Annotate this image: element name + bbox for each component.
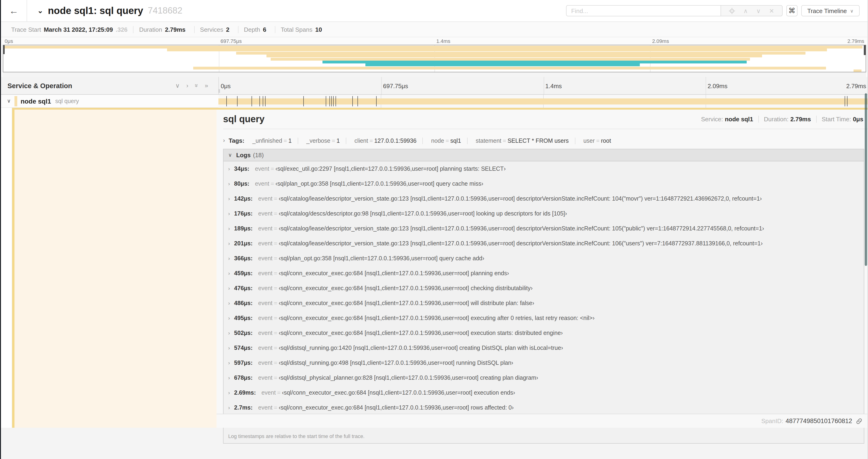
keyboard-shortcuts-button[interactable]: ⌘ xyxy=(786,5,798,16)
detail-left-column xyxy=(14,110,217,428)
log-equals: = xyxy=(273,270,279,276)
collapse-trace-header-icon[interactable]: ⌄ xyxy=(37,6,43,15)
minimap-span-bar xyxy=(167,49,827,52)
log-field-key: event xyxy=(258,360,273,366)
service-operation-label: Service & Operation xyxy=(7,82,72,89)
log-row[interactable]: › 80μs: event = ‹sql/plan_opt.go:358 [ns… xyxy=(223,176,864,191)
span-bar-cell[interactable] xyxy=(218,95,868,108)
find-prev-icon[interactable]: ∧ xyxy=(739,7,752,14)
find-input[interactable] xyxy=(566,5,720,16)
tags-row[interactable]: › Tags: _unfinished=1 _verbose=1 client=… xyxy=(223,135,868,145)
log-row[interactable]: › 502μs: event = ‹sql/conn_executor_exec… xyxy=(223,326,864,340)
log-field-key: event xyxy=(258,195,273,202)
log-row[interactable]: › 574μs: event = ‹sql/distsql_running.go… xyxy=(223,340,864,355)
ruler-tick-label: 2.79ms xyxy=(846,83,866,90)
span-log-marker xyxy=(376,96,377,106)
logs-label: Logs xyxy=(236,152,251,159)
page-scrollbar-thumb[interactable] xyxy=(865,93,867,266)
span-detail-row: sql query Service:node sql1 Duration:2.7… xyxy=(1,108,868,428)
span-duration-bar[interactable] xyxy=(218,98,868,104)
span-log-marker xyxy=(847,96,848,106)
chevron-right-icon: › xyxy=(228,181,230,187)
summary-value: 10 xyxy=(315,26,322,33)
span-name-cell[interactable]: ∨ node sql1 sql query xyxy=(1,95,218,108)
timeline-header-row: Service & Operation ∨ › » » ‖ 0μs697.75μ… xyxy=(1,77,868,95)
tag-equals: = xyxy=(501,138,508,144)
expand-all-icon[interactable]: » xyxy=(205,83,208,89)
chevron-right-icon: › xyxy=(228,166,230,172)
chevron-down-icon: ∨ xyxy=(228,152,232,158)
chevron-right-icon: › xyxy=(228,330,230,336)
tag-item: user=root xyxy=(577,138,617,144)
log-timestamp: 476μs: xyxy=(234,285,252,292)
log-timestamp: 486μs: xyxy=(234,300,252,306)
log-row[interactable]: › 201μs: event = ‹sql/catalog/lease/desc… xyxy=(223,236,864,251)
log-row[interactable]: › 495μs: event = ‹sql/conn_executor_exec… xyxy=(223,311,864,326)
span-id-label: SpanID: xyxy=(762,418,783,424)
detail-meta-item: Service:node sql1 xyxy=(696,116,758,123)
span-collapse-icon[interactable]: ∨ xyxy=(7,98,11,104)
log-row[interactable]: › 366μs: event = ‹sql/plan_opt.go:358 [n… xyxy=(223,251,864,266)
trace-view-selector-label: Trace Timeline xyxy=(807,7,847,14)
back-button[interactable]: ← xyxy=(1,0,27,22)
log-row[interactable]: › 189μs: event = ‹sql/catalog/lease/desc… xyxy=(223,221,864,236)
log-row[interactable]: › 597μs: event = ‹sql/distsql_running.go… xyxy=(223,355,864,370)
minimap-canvas[interactable] xyxy=(3,45,866,72)
collapse-one-icon[interactable]: ∨ xyxy=(175,83,180,89)
chevron-right-icon: › xyxy=(223,137,225,144)
log-timestamp: 34μs: xyxy=(234,166,249,172)
log-equals: = xyxy=(273,360,279,366)
chevron-right-icon: › xyxy=(228,375,230,381)
log-field-value: ‹sql/conn_executor_exec.go:684 [nsql1,cl… xyxy=(279,404,514,411)
meta-value: 2.79ms xyxy=(790,116,811,123)
column-resizer-handle[interactable]: ‖ xyxy=(218,88,220,94)
span-log-marker xyxy=(304,96,304,106)
tag-equals: = xyxy=(444,138,450,144)
log-row[interactable]: › 142μs: event = ‹sql/catalog/lease/desc… xyxy=(223,191,864,206)
meta-value: 0μs xyxy=(853,116,863,123)
span-log-marker xyxy=(334,96,334,106)
find-clear-icon[interactable]: ✕ xyxy=(765,7,778,14)
log-equals: = xyxy=(269,181,276,187)
minimap-tick-label: 0μs xyxy=(3,38,13,44)
span-id-value: 4877749850101760812 xyxy=(786,418,852,424)
log-row[interactable]: › 176μs: event = ‹sql/catalog/descs/desc… xyxy=(223,206,864,221)
minimap-right-scrubber[interactable] xyxy=(864,45,866,55)
logs-count: (18) xyxy=(253,152,264,159)
chevron-right-icon: › xyxy=(228,286,230,291)
deep-link-icon[interactable] xyxy=(856,418,862,424)
log-equals: = xyxy=(273,210,279,217)
log-row[interactable]: › 476μs: event = ‹sql/conn_executor_exec… xyxy=(223,281,864,296)
log-row[interactable]: › 34μs: event = ‹sql/exec_util.go:2297 [… xyxy=(223,161,864,176)
log-equals: = xyxy=(273,240,279,247)
minimap-left-scrubber[interactable] xyxy=(3,45,5,54)
jaeger-trace-page: ← ⌄ node sql1: sql query 7418682 ∧ ∨ xyxy=(0,0,868,459)
detail-body: sql query Service:node sql1 Duration:2.7… xyxy=(12,108,868,428)
summary-label: Trace Start xyxy=(11,26,41,33)
trace-summary-item: Depth6 xyxy=(238,26,275,33)
log-field-key: event xyxy=(258,210,273,217)
summary-value: March 31 2022, 17:25:09 xyxy=(44,26,113,33)
log-row[interactable]: › 486μs: event = ‹sql/conn_executor_exec… xyxy=(223,296,864,311)
log-field-key: event xyxy=(255,166,269,172)
log-row[interactable]: › 459μs: event = ‹sql/conn_executor_exec… xyxy=(223,266,864,281)
tag-key: _unfinished xyxy=(252,138,282,144)
minimap-span-bar xyxy=(236,52,805,55)
tag-equals: = xyxy=(368,138,374,144)
collapse-all-icon[interactable]: » xyxy=(193,84,199,87)
log-field-value: ‹sql/catalog/lease/descriptor_version_st… xyxy=(279,240,763,247)
log-row[interactable]: › 2.69ms: event = ‹sql/conn_executor_exe… xyxy=(223,385,864,400)
tag-key: node xyxy=(431,138,444,144)
log-row[interactable]: › 678μs: event = ‹sql/distsql_physical_p… xyxy=(223,370,864,385)
locate-icon[interactable] xyxy=(725,8,739,14)
trace-view-selector-button[interactable]: Trace Timeline ∨ xyxy=(801,5,860,16)
chevron-right-icon: › xyxy=(228,300,230,306)
find-next-icon[interactable]: ∨ xyxy=(752,7,765,14)
logs-header[interactable]: ∨ Logs (18) xyxy=(223,149,864,161)
ruler-tick-label: 0μs xyxy=(219,83,230,90)
log-row[interactable]: › 2.7ms: event = ‹sql/conn_executor_exec… xyxy=(223,400,864,415)
log-timestamp: 189μs: xyxy=(234,225,252,232)
expand-one-icon[interactable]: › xyxy=(186,83,188,89)
log-field-key: event xyxy=(258,240,273,247)
logs-note: Log timestamps are relative to the start… xyxy=(223,430,864,443)
